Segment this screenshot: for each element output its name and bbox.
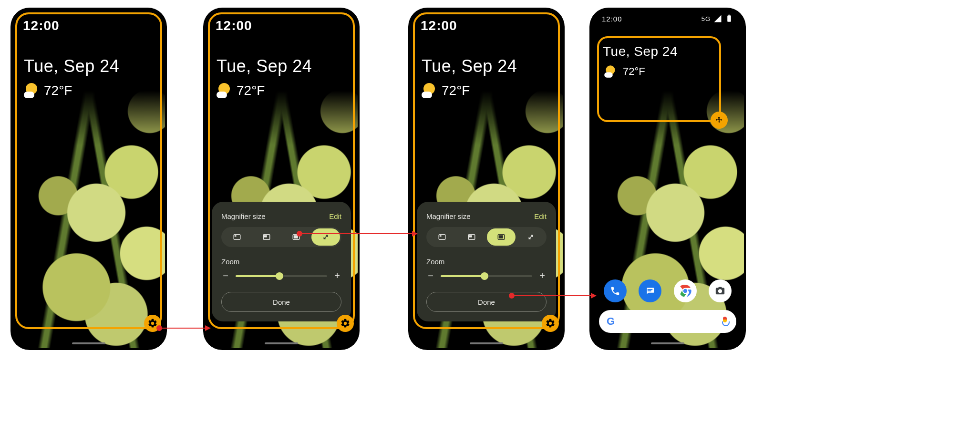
- slider-knob[interactable]: [481, 272, 488, 280]
- weather-icon: [604, 65, 617, 78]
- size-small[interactable]: [428, 228, 456, 246]
- date-text: Tue, Sep 24: [24, 56, 119, 76]
- magnifier-settings-panel: Magnifier size Edit: [212, 202, 351, 321]
- status-bar: 12:00: [421, 18, 552, 33]
- phone-icon: [610, 286, 620, 296]
- panel-title: Magnifier size: [426, 212, 471, 220]
- svg-rect-9: [469, 235, 472, 237]
- size-fullscreen[interactable]: [516, 228, 545, 246]
- at-a-glance-widget[interactable]: Tue, Sep 24 72°F: [603, 44, 678, 79]
- at-a-glance-widget[interactable]: Tue, Sep 24 72°F: [217, 56, 312, 98]
- touch-marker-1: [156, 325, 162, 331]
- done-label: Done: [273, 298, 290, 306]
- svg-rect-7: [440, 235, 442, 237]
- temp-text: 72°F: [44, 83, 72, 98]
- zoom-out-button[interactable]: −: [426, 270, 435, 281]
- fullscreen-icon: [526, 233, 535, 241]
- svg-marker-20: [412, 231, 418, 237]
- size-option-row: [426, 227, 547, 247]
- svg-marker-22: [591, 293, 597, 299]
- date-text: Tue, Sep 24: [217, 56, 312, 76]
- gear-icon: [340, 318, 351, 329]
- nav-handle[interactable]: [72, 342, 105, 344]
- weather-row: 72°F: [422, 83, 517, 98]
- nav-handle[interactable]: [651, 342, 684, 344]
- dock: [591, 279, 744, 302]
- svg-rect-12: [727, 15, 731, 22]
- edit-link[interactable]: Edit: [534, 212, 547, 220]
- panel-title: Magnifier size: [221, 212, 266, 220]
- camera-icon: [715, 286, 725, 296]
- date-text: Tue, Sep 24: [603, 44, 678, 59]
- weather-row: 72°F: [217, 83, 312, 98]
- magnifier-settings-panel: Magnifier size Edit: [417, 202, 556, 321]
- weather-icon: [422, 83, 437, 98]
- screen-1: 12:00 Tue, Sep 24 72°F: [12, 10, 165, 348]
- clock-text: 12:00: [23, 18, 60, 33]
- network-type: 5G: [701, 15, 711, 22]
- svg-marker-18: [205, 325, 211, 331]
- zoom-in-button[interactable]: +: [538, 270, 547, 281]
- status-bar: 12:00: [216, 18, 347, 33]
- zoom-out-button[interactable]: −: [221, 270, 230, 281]
- size-medium-icon: [262, 233, 271, 241]
- weather-icon: [217, 83, 232, 98]
- nav-handle[interactable]: [470, 342, 503, 344]
- zoom-row: − +: [426, 270, 547, 281]
- size-medium[interactable]: [457, 228, 486, 246]
- status-bar: 12:00 5G: [602, 14, 733, 23]
- slider-knob[interactable]: [276, 272, 283, 280]
- app-chrome[interactable]: [674, 279, 697, 302]
- messages-icon: [645, 286, 655, 296]
- status-bar: 12:00: [23, 18, 155, 33]
- size-large[interactable]: [487, 228, 516, 246]
- done-label: Done: [478, 298, 495, 306]
- size-small-icon: [233, 233, 241, 241]
- temp-text: 72°F: [623, 65, 645, 78]
- slider-fill: [441, 275, 485, 277]
- zoom-slider[interactable]: [236, 275, 327, 277]
- weather-row: 72°F: [24, 83, 119, 98]
- chrome-icon: [677, 283, 693, 299]
- screen-2: 12:00 Tue, Sep 24 72°F Magnifier size Ed…: [205, 10, 358, 348]
- size-large-icon: [497, 233, 505, 241]
- search-bar[interactable]: G: [599, 310, 736, 333]
- flow-arrow-1: [159, 324, 212, 332]
- zoom-slider[interactable]: [441, 275, 532, 277]
- at-a-glance-widget[interactable]: Tue, Sep 24 72°F: [422, 56, 517, 98]
- zoom-label: Zoom: [221, 258, 341, 266]
- gear-icon: [545, 318, 556, 329]
- weather-row: 72°F: [603, 64, 678, 79]
- size-medium-icon: [467, 233, 476, 241]
- app-messages[interactable]: [639, 279, 661, 302]
- at-a-glance-widget[interactable]: Tue, Sep 24 72°F: [24, 56, 119, 98]
- zoom-in-button[interactable]: +: [333, 270, 341, 281]
- nav-handle[interactable]: [265, 342, 298, 344]
- google-icon: G: [607, 315, 615, 328]
- magnifier-settings-button[interactable]: [337, 315, 354, 332]
- size-small[interactable]: [223, 228, 251, 246]
- flow-arrow-3: [512, 292, 598, 299]
- svg-rect-3: [264, 235, 267, 237]
- zoom-label: Zoom: [426, 258, 547, 266]
- clock-text: 12:00: [602, 15, 622, 23]
- date-text: Tue, Sep 24: [422, 56, 517, 76]
- temp-text: 72°F: [237, 83, 265, 98]
- magnifier-settings-button[interactable]: [542, 315, 559, 332]
- app-phone[interactable]: [604, 279, 627, 302]
- svg-rect-11: [499, 235, 503, 238]
- done-button[interactable]: Done: [221, 292, 341, 312]
- weather-icon: [24, 83, 39, 98]
- edit-link[interactable]: Edit: [329, 212, 341, 220]
- signal-icon: [713, 14, 722, 23]
- slider-fill: [236, 275, 279, 277]
- screen-4: 12:00 5G Tue, Sep 24 72°F: [591, 10, 744, 348]
- clock-text: 12:00: [421, 18, 457, 33]
- size-small-icon: [438, 233, 446, 241]
- size-medium[interactable]: [252, 228, 281, 246]
- app-camera[interactable]: [709, 279, 732, 302]
- mic-icon[interactable]: [721, 317, 729, 326]
- battery-icon: [725, 14, 733, 23]
- touch-marker-2: [297, 231, 302, 237]
- flow-arrow-2: [299, 230, 419, 237]
